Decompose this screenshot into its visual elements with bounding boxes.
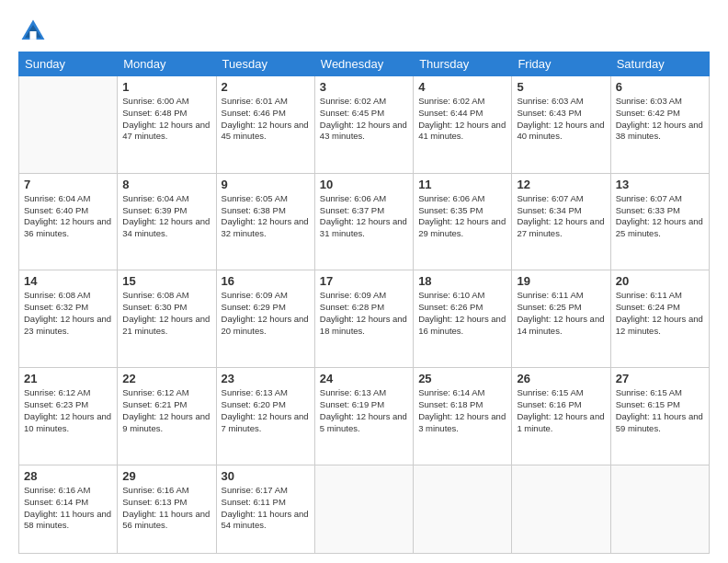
day-number: 28 <box>24 469 112 483</box>
calendar-day-cell: 30Sunrise: 6:17 AMSunset: 6:11 PMDayligh… <box>216 465 314 553</box>
day-number: 30 <box>222 469 310 483</box>
weekday-header-thursday: Thursday <box>414 52 512 76</box>
day-info: Sunrise: 6:13 AMSunset: 6:20 PMDaylight:… <box>222 387 310 434</box>
day-info: Sunrise: 6:17 AMSunset: 6:11 PMDaylight:… <box>222 485 310 532</box>
day-number: 18 <box>418 274 506 288</box>
day-info: Sunrise: 6:04 AMSunset: 6:40 PMDaylight:… <box>24 193 112 240</box>
day-info: Sunrise: 6:12 AMSunset: 6:21 PMDaylight:… <box>122 387 210 434</box>
day-info: Sunrise: 6:10 AMSunset: 6:26 PMDaylight:… <box>418 290 506 337</box>
logo-icon <box>18 17 48 46</box>
calendar-day-cell: 24Sunrise: 6:13 AMSunset: 6:19 PMDayligh… <box>314 368 413 465</box>
day-info: Sunrise: 6:00 AMSunset: 6:48 PMDaylight:… <box>122 96 210 143</box>
calendar-day-cell <box>314 465 413 553</box>
calendar-day-cell <box>512 465 610 553</box>
calendar-day-cell: 23Sunrise: 6:13 AMSunset: 6:20 PMDayligh… <box>216 368 314 465</box>
day-number: 5 <box>517 80 605 94</box>
weekday-header-row: SundayMondayTuesdayWednesdayThursdayFrid… <box>19 52 710 76</box>
day-info: Sunrise: 6:08 AMSunset: 6:30 PMDaylight:… <box>122 290 210 337</box>
day-info: Sunrise: 6:06 AMSunset: 6:37 PMDaylight:… <box>320 193 408 240</box>
svg-rect-2 <box>29 31 36 40</box>
day-number: 6 <box>616 80 704 94</box>
day-number: 19 <box>517 274 605 288</box>
day-info: Sunrise: 6:03 AMSunset: 6:42 PMDaylight:… <box>616 96 704 143</box>
day-info: Sunrise: 6:12 AMSunset: 6:23 PMDaylight:… <box>24 387 112 434</box>
day-number: 17 <box>320 274 408 288</box>
day-info: Sunrise: 6:05 AMSunset: 6:38 PMDaylight:… <box>222 193 310 240</box>
day-number: 15 <box>122 274 210 288</box>
day-number: 16 <box>222 274 310 288</box>
calendar-day-cell: 19Sunrise: 6:11 AMSunset: 6:25 PMDayligh… <box>512 270 610 368</box>
day-info: Sunrise: 6:04 AMSunset: 6:39 PMDaylight:… <box>122 193 210 240</box>
calendar-day-cell <box>414 465 512 553</box>
day-info: Sunrise: 6:09 AMSunset: 6:28 PMDaylight:… <box>320 290 408 337</box>
weekday-header-saturday: Saturday <box>610 52 709 76</box>
day-info: Sunrise: 6:09 AMSunset: 6:29 PMDaylight:… <box>222 290 310 337</box>
day-number: 4 <box>418 80 506 94</box>
calendar-day-cell: 27Sunrise: 6:15 AMSunset: 6:15 PMDayligh… <box>610 368 709 465</box>
calendar-day-cell: 7Sunrise: 6:04 AMSunset: 6:40 PMDaylight… <box>19 173 118 270</box>
day-info: Sunrise: 6:11 AMSunset: 6:25 PMDaylight:… <box>517 290 605 337</box>
day-info: Sunrise: 6:15 AMSunset: 6:15 PMDaylight:… <box>616 387 704 434</box>
day-number: 23 <box>222 372 310 385</box>
calendar-week-row: 21Sunrise: 6:12 AMSunset: 6:23 PMDayligh… <box>19 368 710 465</box>
calendar-day-cell: 21Sunrise: 6:12 AMSunset: 6:23 PMDayligh… <box>19 368 118 465</box>
calendar-day-cell: 11Sunrise: 6:06 AMSunset: 6:35 PMDayligh… <box>414 173 512 270</box>
day-info: Sunrise: 6:08 AMSunset: 6:32 PMDaylight:… <box>24 290 112 337</box>
day-number: 21 <box>24 372 112 385</box>
day-number: 13 <box>616 178 704 191</box>
day-number: 1 <box>122 80 210 94</box>
calendar-day-cell: 14Sunrise: 6:08 AMSunset: 6:32 PMDayligh… <box>19 270 118 368</box>
calendar-week-row: 28Sunrise: 6:16 AMSunset: 6:14 PMDayligh… <box>19 465 710 553</box>
day-info: Sunrise: 6:07 AMSunset: 6:33 PMDaylight:… <box>616 193 704 240</box>
calendar-day-cell: 5Sunrise: 6:03 AMSunset: 6:43 PMDaylight… <box>512 76 610 174</box>
day-info: Sunrise: 6:11 AMSunset: 6:24 PMDaylight:… <box>616 290 704 337</box>
calendar-day-cell: 25Sunrise: 6:14 AMSunset: 6:18 PMDayligh… <box>414 368 512 465</box>
logo <box>18 17 51 46</box>
day-info: Sunrise: 6:06 AMSunset: 6:35 PMDaylight:… <box>418 193 506 240</box>
calendar-day-cell: 2Sunrise: 6:01 AMSunset: 6:46 PMDaylight… <box>216 76 314 174</box>
calendar-day-cell: 9Sunrise: 6:05 AMSunset: 6:38 PMDaylight… <box>216 173 314 270</box>
day-info: Sunrise: 6:14 AMSunset: 6:18 PMDaylight:… <box>418 387 506 434</box>
calendar-day-cell <box>610 465 709 553</box>
day-number: 14 <box>24 274 112 288</box>
calendar-day-cell: 8Sunrise: 6:04 AMSunset: 6:39 PMDaylight… <box>118 173 216 270</box>
page: SundayMondayTuesdayWednesdayThursdayFrid… <box>0 0 728 563</box>
day-number: 10 <box>320 178 408 191</box>
weekday-header-monday: Monday <box>118 52 216 76</box>
day-info: Sunrise: 6:01 AMSunset: 6:46 PMDaylight:… <box>222 96 310 143</box>
day-info: Sunrise: 6:02 AMSunset: 6:45 PMDaylight:… <box>320 96 408 143</box>
calendar-day-cell: 22Sunrise: 6:12 AMSunset: 6:21 PMDayligh… <box>118 368 216 465</box>
weekday-header-sunday: Sunday <box>19 52 118 76</box>
calendar-day-cell <box>19 76 118 174</box>
day-info: Sunrise: 6:07 AMSunset: 6:34 PMDaylight:… <box>517 193 605 240</box>
calendar-day-cell: 26Sunrise: 6:15 AMSunset: 6:16 PMDayligh… <box>512 368 610 465</box>
day-number: 7 <box>24 178 112 191</box>
calendar-week-row: 14Sunrise: 6:08 AMSunset: 6:32 PMDayligh… <box>19 270 710 368</box>
weekday-header-friday: Friday <box>512 52 610 76</box>
calendar-table: SundayMondayTuesdayWednesdayThursdayFrid… <box>18 52 710 554</box>
day-number: 11 <box>418 178 506 191</box>
calendar-week-row: 1Sunrise: 6:00 AMSunset: 6:48 PMDaylight… <box>19 76 710 174</box>
day-info: Sunrise: 6:16 AMSunset: 6:13 PMDaylight:… <box>122 485 210 532</box>
day-number: 25 <box>418 372 506 385</box>
day-number: 3 <box>320 80 408 94</box>
day-number: 26 <box>517 372 605 385</box>
calendar-day-cell: 1Sunrise: 6:00 AMSunset: 6:48 PMDaylight… <box>118 76 216 174</box>
calendar-day-cell: 13Sunrise: 6:07 AMSunset: 6:33 PMDayligh… <box>610 173 709 270</box>
header <box>18 17 710 46</box>
day-number: 27 <box>616 372 704 385</box>
day-number: 9 <box>222 178 310 191</box>
day-number: 24 <box>320 372 408 385</box>
day-number: 22 <box>122 372 210 385</box>
calendar-day-cell: 17Sunrise: 6:09 AMSunset: 6:28 PMDayligh… <box>314 270 413 368</box>
day-info: Sunrise: 6:16 AMSunset: 6:14 PMDaylight:… <box>24 485 112 532</box>
calendar-day-cell: 16Sunrise: 6:09 AMSunset: 6:29 PMDayligh… <box>216 270 314 368</box>
calendar-day-cell: 4Sunrise: 6:02 AMSunset: 6:44 PMDaylight… <box>414 76 512 174</box>
day-number: 2 <box>222 80 310 94</box>
weekday-header-tuesday: Tuesday <box>216 52 314 76</box>
day-info: Sunrise: 6:13 AMSunset: 6:19 PMDaylight:… <box>320 387 408 434</box>
calendar-day-cell: 3Sunrise: 6:02 AMSunset: 6:45 PMDaylight… <box>314 76 413 174</box>
day-info: Sunrise: 6:03 AMSunset: 6:43 PMDaylight:… <box>517 96 605 143</box>
day-number: 29 <box>122 469 210 483</box>
calendar-day-cell: 15Sunrise: 6:08 AMSunset: 6:30 PMDayligh… <box>118 270 216 368</box>
